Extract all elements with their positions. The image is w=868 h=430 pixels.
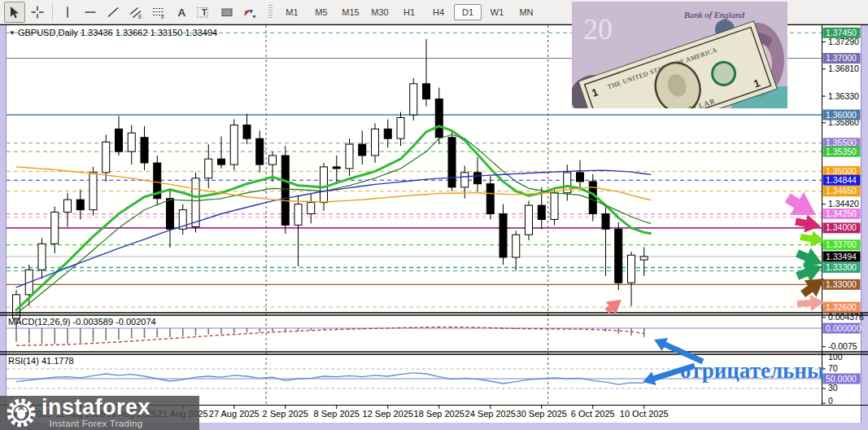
svg-text:1.35350: 1.35350 <box>826 147 857 156</box>
svg-text:1.37450: 1.37450 <box>826 28 857 37</box>
svg-text:-0.0075: -0.0075 <box>828 341 857 351</box>
negative-annotation-text: отрицательны <box>680 358 824 384</box>
crosshair-tool-button[interactable] <box>27 2 48 23</box>
svg-text:1.36810: 1.36810 <box>828 64 859 73</box>
chart-title-text: GBPUSD,Daily 1.33436 1.33662 1.33150 1.3… <box>18 28 217 37</box>
cursor-tool-button[interactable] <box>4 2 25 23</box>
fibonacci-tool-icon: F <box>151 5 166 20</box>
timeframe-button-MN[interactable]: MN <box>513 4 540 20</box>
trendline-tool-icon <box>106 5 120 20</box>
svg-text:1.34000: 1.34000 <box>826 222 857 232</box>
rectangle-tool-button[interactable] <box>216 2 238 23</box>
timeframe-button-H1[interactable]: H1 <box>395 4 423 20</box>
instaforex-watermark: instaforex Instant Forex Trading <box>0 396 199 430</box>
svg-text:0.000000: 0.000000 <box>826 323 861 333</box>
svg-text:24 Sep 2025: 24 Sep 2025 <box>465 409 516 419</box>
svg-text:70: 70 <box>828 363 838 373</box>
svg-text:0.004376: 0.004376 <box>828 312 864 322</box>
timeframe-button-M30[interactable]: M30 <box>366 4 394 20</box>
svg-text:1.36000: 1.36000 <box>826 110 857 120</box>
vertical-line-tool-icon <box>60 5 75 20</box>
svg-text:20: 20 <box>583 13 613 46</box>
svg-text:A: A <box>178 7 186 19</box>
svg-text:1.32600: 1.32600 <box>826 302 857 312</box>
timeframe-button-M5[interactable]: M5 <box>308 4 335 20</box>
timeframe-button-M1[interactable]: M1 <box>278 4 306 20</box>
svg-text:6 Oct 2025: 6 Oct 2025 <box>571 409 615 419</box>
currency-photo-image: 20Bank of EnglandTHE UNITED STATES OF AM… <box>572 2 787 108</box>
svg-text:T: T <box>202 7 207 17</box>
instaforex-brand-text: instaforex <box>41 397 150 419</box>
svg-text:30 Sep 2025: 30 Sep 2025 <box>517 409 567 419</box>
svg-text:1.34250: 1.34250 <box>826 208 857 218</box>
equidistant-channel-tool-button[interactable]: E <box>125 2 146 23</box>
timeframe-button-D1[interactable]: D1 <box>454 4 482 20</box>
svg-text:Bank of England: Bank of England <box>684 10 744 20</box>
arrows-dropdown-tool-icon <box>242 5 257 20</box>
vertical-line-tool-button[interactable] <box>57 2 78 23</box>
instaforex-gear-bull-icon <box>5 397 37 429</box>
timeframe-button-H4[interactable]: H4 <box>425 4 452 20</box>
rectangle-tool-icon <box>220 5 234 20</box>
svg-text:1.34420: 1.34420 <box>828 199 859 208</box>
fibonacci-tool-button[interactable]: F <box>148 2 169 23</box>
horizontal-line-tool-icon <box>83 5 98 20</box>
crosshair-tool-icon <box>30 5 45 20</box>
svg-text:2 Sep 2025: 2 Sep 2025 <box>263 409 308 419</box>
arrows-dropdown-tool-button[interactable] <box>239 2 260 23</box>
svg-text:27 Aug 2025: 27 Aug 2025 <box>209 409 260 419</box>
timeframe-button-W1[interactable]: W1 <box>483 4 511 20</box>
rsi-indicator-label: RSI(14) 41.1778 <box>8 356 74 366</box>
svg-text:50.0000: 50.0000 <box>826 374 857 384</box>
trendline-tool-button[interactable] <box>103 2 124 23</box>
svg-text:0: 0 <box>828 396 833 406</box>
svg-text:18 Sep 2025: 18 Sep 2025 <box>414 409 465 419</box>
chart-title: ▼GBPUSD,Daily 1.33436 1.33662 1.33150 1.… <box>9 28 217 37</box>
text-label-tool-button[interactable]: T <box>194 2 215 23</box>
equidistant-channel-tool-icon: E <box>129 5 143 20</box>
instaforex-tagline: Instant Forex Trading <box>50 419 143 429</box>
text-label-tool-icon: T <box>197 5 212 20</box>
svg-text:1.34844: 1.34844 <box>826 175 857 185</box>
currency-photo: 20Bank of EnglandTHE UNITED STATES OF AM… <box>572 2 787 108</box>
macd-indicator-label: MACD(12,26,9) -0.003589 -0.002074 <box>8 317 156 327</box>
horizontal-line-tool-button[interactable] <box>80 2 101 23</box>
toolbar-drag-handle[interactable] <box>268 5 273 20</box>
toolbar-separator <box>52 4 53 20</box>
cursor-tool-icon <box>7 5 22 20</box>
svg-text:30: 30 <box>828 383 838 393</box>
svg-text:E: E <box>138 14 142 20</box>
text-tool-icon: A <box>174 5 189 20</box>
svg-text:10 Oct 2025: 10 Oct 2025 <box>620 409 669 419</box>
svg-text:1.33700: 1.33700 <box>826 239 857 249</box>
chart-dropdown-icon[interactable]: ▼ <box>9 29 15 37</box>
svg-text:1.33300: 1.33300 <box>826 262 857 272</box>
svg-text:1.37000: 1.37000 <box>826 53 857 63</box>
svg-text:1.34650: 1.34650 <box>826 186 857 195</box>
timeframe-button-M15[interactable]: M15 <box>337 4 364 20</box>
svg-text:1.33494: 1.33494 <box>826 252 857 261</box>
svg-text:8 Sep 2025: 8 Sep 2025 <box>314 409 360 419</box>
text-tool-button[interactable]: A <box>171 2 192 23</box>
svg-text:F: F <box>161 14 164 20</box>
svg-text:100: 100 <box>828 352 843 362</box>
svg-text:1.33000: 1.33000 <box>826 279 857 289</box>
svg-text:1.36330: 1.36330 <box>828 91 859 101</box>
svg-text:12 Sep 2025: 12 Sep 2025 <box>363 409 413 419</box>
